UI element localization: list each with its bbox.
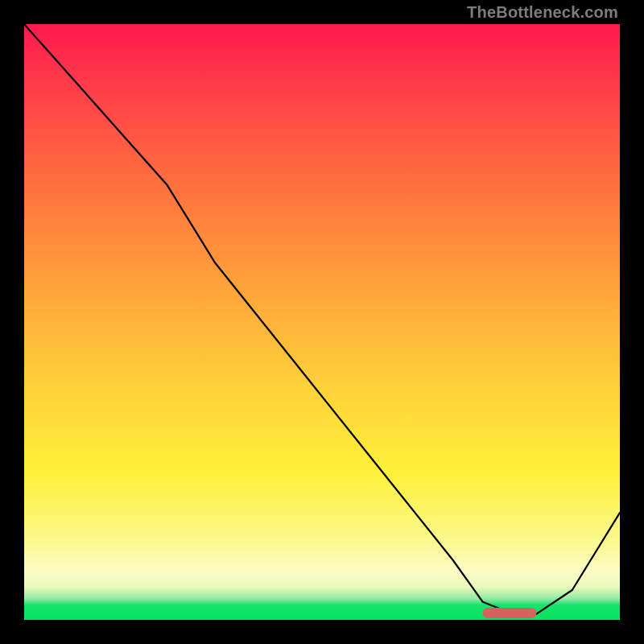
chart-overlay-svg xyxy=(24,24,620,620)
optimal-range-marker xyxy=(483,608,537,618)
watermark-text: TheBottleneck.com xyxy=(467,3,618,22)
bottleneck-curve xyxy=(24,24,620,614)
chart-frame: TheBottleneck.com xyxy=(0,0,644,644)
